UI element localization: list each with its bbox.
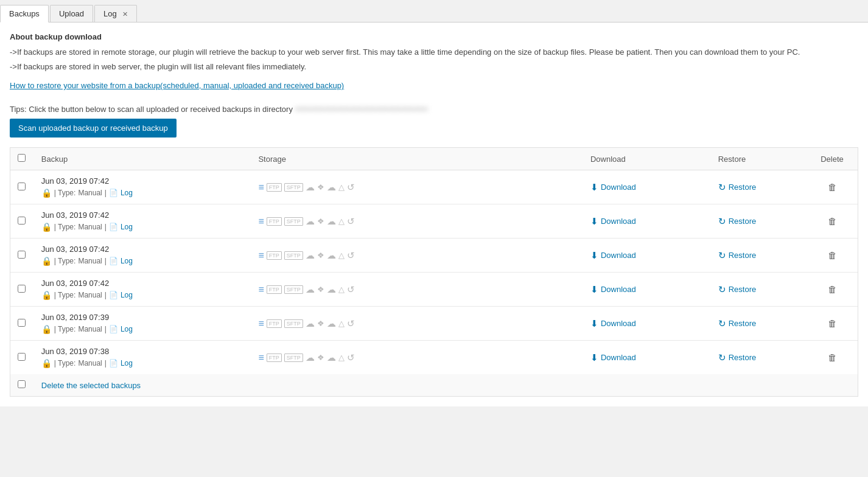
server-icon-3 xyxy=(258,284,264,295)
doc-icon-0: 📄 xyxy=(109,189,118,197)
ftp-icon-5: FTP xyxy=(267,353,282,362)
backup-type-5: Manual xyxy=(78,359,102,367)
cloud1-icon-3 xyxy=(306,284,315,295)
row-checkbox-4[interactable] xyxy=(18,319,26,327)
log-link-1[interactable]: Log xyxy=(121,223,133,231)
backup-type-0: Manual xyxy=(78,189,102,197)
delete-button-5[interactable]: 🗑 xyxy=(828,352,837,363)
restore-button-5[interactable]: ↻ Restore xyxy=(718,352,757,363)
backup-date-1: Jun 03, 2019 07:42 xyxy=(41,211,244,220)
ftp-icon-2: FTP xyxy=(267,251,282,260)
download-button-5[interactable]: ⬇ Download xyxy=(590,352,636,363)
table-footer-row: Delete the selected backups xyxy=(10,374,858,396)
restore-button-2[interactable]: ↻ Restore xyxy=(718,250,757,261)
rotate-icon-2 xyxy=(347,250,355,261)
tab-backups[interactable]: Backups xyxy=(0,5,49,23)
download-arrow-icon-5: ⬇ xyxy=(590,352,598,363)
restore-button-0[interactable]: ↻ Restore xyxy=(718,182,757,193)
row-checkbox-0[interactable] xyxy=(18,183,26,190)
cloud1-icon-0 xyxy=(306,182,315,193)
download-arrow-icon-1: ⬇ xyxy=(590,216,598,227)
download-button-1[interactable]: ⬇ Download xyxy=(590,216,636,227)
restore-arrow-icon-3: ↻ xyxy=(718,284,726,295)
rotate-icon-3 xyxy=(347,284,355,295)
download-label-2: Download xyxy=(601,251,636,260)
log-link-0[interactable]: Log xyxy=(121,189,133,197)
row-checkbox-5[interactable] xyxy=(18,353,26,361)
ftp-icon-1: FTP xyxy=(267,217,282,226)
trash-icon-5: 🗑 xyxy=(828,352,837,363)
dropbox-icon-4 xyxy=(317,319,324,328)
restore-label-4: Restore xyxy=(729,319,757,328)
ftp-icon-0: FTP xyxy=(267,183,282,192)
lock-icon-2: 🔒 xyxy=(41,256,52,266)
restore-label-0: Restore xyxy=(729,183,757,192)
row-backup-cell-5: Jun 03, 2019 07:38 🔒 | Type: Manual | 📄 … xyxy=(34,341,251,375)
restore-button-3[interactable]: ↻ Restore xyxy=(718,284,757,295)
cloud2-icon-2 xyxy=(327,250,336,261)
log-link-2[interactable]: Log xyxy=(121,257,133,265)
type-separator-1: | Type: xyxy=(54,223,76,231)
gdrive-icon-1 xyxy=(338,217,345,226)
lock-icon-4: 🔒 xyxy=(41,324,52,334)
delete-button-3[interactable]: 🗑 xyxy=(828,284,837,295)
row-delete-cell-2: 🗑 xyxy=(807,238,858,273)
download-button-4[interactable]: ⬇ Download xyxy=(590,318,636,329)
backup-meta-1: 🔒 | Type: Manual | 📄 Log xyxy=(41,222,244,232)
scan-button[interactable]: Scan uploaded backup or received backup xyxy=(10,119,177,138)
col-header-delete: Delete xyxy=(807,148,858,170)
dropbox-icon-5 xyxy=(317,353,324,362)
delete-selected-link[interactable]: Delete the selected backups xyxy=(41,381,141,390)
row-download-cell-4: ⬇ Download xyxy=(583,307,711,341)
row-download-cell-5: ⬇ Download xyxy=(583,341,711,375)
log-link-4[interactable]: Log xyxy=(121,325,133,333)
dropbox-icon-0 xyxy=(317,183,324,192)
delete-button-0[interactable]: 🗑 xyxy=(828,182,837,193)
restore-button-4[interactable]: ↻ Restore xyxy=(718,318,757,329)
cloud2-icon-0 xyxy=(327,182,336,193)
download-arrow-icon-4: ⬇ xyxy=(590,318,598,329)
col-header-backup: Backup xyxy=(34,148,251,170)
download-button-0[interactable]: ⬇ Download xyxy=(590,182,636,193)
restore-button-1[interactable]: ↻ Restore xyxy=(718,216,757,227)
delete-button-1[interactable]: 🗑 xyxy=(828,216,837,227)
cloud1-icon-4 xyxy=(306,318,315,329)
sftp-icon-4: SFTP xyxy=(284,319,303,328)
gdrive-icon-3 xyxy=(338,285,345,294)
download-button-3[interactable]: ⬇ Download xyxy=(590,284,636,295)
table-header-row: Backup Storage Download Restore Delete xyxy=(10,148,858,170)
log-link-3[interactable]: Log xyxy=(121,291,133,299)
row-checkbox-cell-4 xyxy=(10,307,34,341)
tab-upload[interactable]: Upload xyxy=(50,5,93,22)
rotate-icon-5 xyxy=(347,352,355,363)
sftp-icon-0: SFTP xyxy=(284,183,303,192)
server-icon-1 xyxy=(258,216,264,227)
delete-button-2[interactable]: 🗑 xyxy=(828,250,837,261)
tab-log-close[interactable]: ✕ xyxy=(122,10,128,18)
row-checkbox-3[interactable] xyxy=(18,285,26,293)
row-download-cell-3: ⬇ Download xyxy=(583,273,711,307)
select-all-checkbox[interactable] xyxy=(18,154,26,162)
footer-checkbox-cell xyxy=(10,374,34,396)
table-row: Jun 03, 2019 07:42 🔒 | Type: Manual | 📄 … xyxy=(10,273,858,307)
row-download-cell-1: ⬇ Download xyxy=(583,204,711,238)
tab-log[interactable]: Log ✕ xyxy=(94,5,137,22)
trash-icon-4: 🗑 xyxy=(828,318,837,329)
download-button-2[interactable]: ⬇ Download xyxy=(590,250,636,261)
type-separator-5: | Type: xyxy=(54,359,76,367)
row-checkbox-2[interactable] xyxy=(18,251,26,259)
doc-icon-4: 📄 xyxy=(109,325,118,333)
sftp-icon-1: SFTP xyxy=(284,217,303,226)
restore-arrow-icon-2: ↻ xyxy=(718,250,726,261)
footer-select-checkbox[interactable] xyxy=(18,380,26,388)
row-checkbox-cell-1 xyxy=(10,204,34,238)
row-delete-cell-1: 🗑 xyxy=(807,204,858,238)
delete-button-4[interactable]: 🗑 xyxy=(828,318,837,329)
cloud2-icon-3 xyxy=(327,284,336,295)
restore-help-link[interactable]: How to restore your website from a backu… xyxy=(10,81,344,90)
trash-icon-2: 🗑 xyxy=(828,250,837,260)
row-restore-cell-5: ↻ Restore xyxy=(711,341,807,375)
row-checkbox-1[interactable] xyxy=(18,217,26,225)
log-link-5[interactable]: Log xyxy=(121,359,133,367)
row-storage-cell-2: FTP SFTP xyxy=(251,238,583,273)
